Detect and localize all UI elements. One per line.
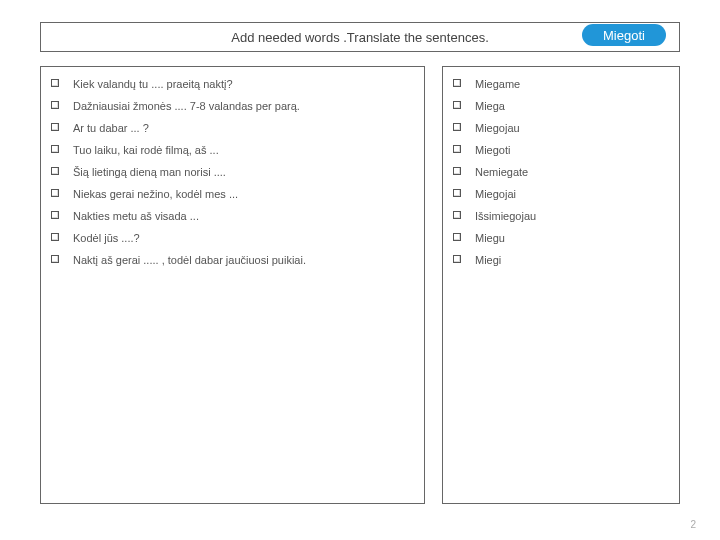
square-bullet-icon [453, 233, 461, 241]
list-item: Kiek valandų tu .... praeitą naktį? [51, 77, 416, 91]
list-item-text: Miegame [475, 77, 520, 91]
page-number: 2 [690, 519, 696, 530]
list-item-text: Miega [475, 99, 505, 113]
header-title: Add needed words .Translate the sentence… [231, 30, 489, 45]
list-item: Miega [453, 99, 671, 113]
list-item-text: Niekas gerai nežino, kodėl mes ... [73, 187, 238, 201]
list-item: Miegojau [453, 121, 671, 135]
list-item: Miegoti [453, 143, 671, 157]
list-item-text: Išsimiegojau [475, 209, 536, 223]
list-item: Šią lietingą dieną man norisi .... [51, 165, 416, 179]
list-item-text: Kiek valandų tu .... praeitą naktį? [73, 77, 233, 91]
list-item: Kodėl jūs ....? [51, 231, 416, 245]
list-item-text: Miegojai [475, 187, 516, 201]
list-item-text: Šią lietingą dieną man norisi .... [73, 165, 226, 179]
words-panel: Miegame Miega Miegojau Miegoti Nemiegate… [442, 66, 680, 504]
list-item-text: Miegu [475, 231, 505, 245]
square-bullet-icon [453, 101, 461, 109]
list-item: Miegu [453, 231, 671, 245]
square-bullet-icon [51, 79, 59, 87]
list-item-text: Miegi [475, 253, 501, 267]
list-item-text: Miegojau [475, 121, 520, 135]
list-item-text: Dažniausiai žmonės .... 7-8 valandas per… [73, 99, 300, 113]
list-item: Miegojai [453, 187, 671, 201]
square-bullet-icon [453, 123, 461, 131]
list-item-text: Naktį aš gerai ..... , todėl dabar jauči… [73, 253, 306, 267]
square-bullet-icon [51, 101, 59, 109]
list-item: Dažniausiai žmonės .... 7-8 valandas per… [51, 99, 416, 113]
list-item: Išsimiegojau [453, 209, 671, 223]
sentences-panel: Kiek valandų tu .... praeitą naktį? Dažn… [40, 66, 425, 504]
square-bullet-icon [51, 123, 59, 131]
list-item-text: Tuo laiku, kai rodė filmą, aš ... [73, 143, 219, 157]
list-item: Naktį aš gerai ..... , todėl dabar jauči… [51, 253, 416, 267]
list-item-text: Miegoti [475, 143, 510, 157]
square-bullet-icon [453, 189, 461, 197]
square-bullet-icon [453, 255, 461, 263]
list-item: Miegi [453, 253, 671, 267]
list-item-text: Kodėl jūs ....? [73, 231, 140, 245]
square-bullet-icon [51, 167, 59, 175]
square-bullet-icon [51, 233, 59, 241]
square-bullet-icon [453, 167, 461, 175]
square-bullet-icon [51, 255, 59, 263]
square-bullet-icon [453, 79, 461, 87]
square-bullet-icon [51, 211, 59, 219]
square-bullet-icon [453, 145, 461, 153]
square-bullet-icon [51, 145, 59, 153]
square-bullet-icon [453, 211, 461, 219]
topic-badge: Miegoti [582, 24, 666, 46]
square-bullet-icon [51, 189, 59, 197]
list-item-text: Nemiegate [475, 165, 528, 179]
list-item: Miegame [453, 77, 671, 91]
list-item: Nemiegate [453, 165, 671, 179]
list-item-text: Ar tu dabar ... ? [73, 121, 149, 135]
list-item-text: Nakties metu aš visada ... [73, 209, 199, 223]
topic-badge-label: Miegoti [603, 28, 645, 43]
list-item: Nakties metu aš visada ... [51, 209, 416, 223]
list-item: Ar tu dabar ... ? [51, 121, 416, 135]
list-item: Tuo laiku, kai rodė filmą, aš ... [51, 143, 416, 157]
list-item: Niekas gerai nežino, kodėl mes ... [51, 187, 416, 201]
